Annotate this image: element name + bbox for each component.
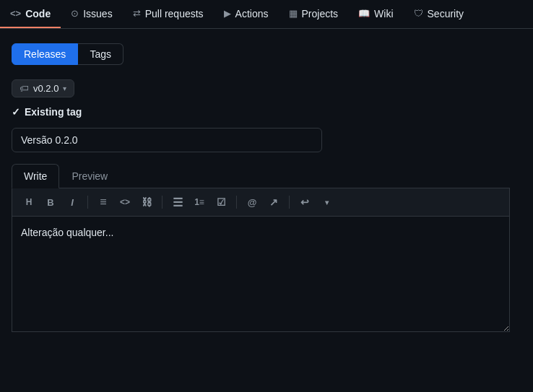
security-icon: 🛡 (414, 8, 423, 19)
issues-icon: ⊙ (71, 8, 79, 19)
checkmark-icon: ✓ (12, 106, 20, 118)
tag-selector-dropdown[interactable]: 🏷 v0.2.0 ▾ (12, 79, 74, 97)
editor-toolbar: H B I ≡ <> ⛓ ☰ 1≡ ☑ @ ↗ ↩ ▾ (12, 188, 510, 217)
undo-btn[interactable]: ↩ (295, 193, 314, 212)
reference-btn[interactable]: ↗ (264, 193, 283, 212)
bold-btn[interactable]: B (41, 193, 60, 212)
nav-wiki-label: Wiki (374, 8, 393, 19)
toolbar-divider-2 (162, 196, 162, 209)
tag-icon: 🏷 (20, 83, 29, 94)
editor-textarea[interactable]: Alteração qualquer... (12, 217, 510, 332)
nav-issues[interactable]: ⊙ Issues (61, 0, 122, 28)
unordered-list-btn[interactable]: ☰ (168, 193, 187, 212)
wiki-icon: 📖 (358, 8, 370, 19)
nav-code-label: Code (25, 8, 51, 19)
nav-issues-label: Issues (83, 8, 112, 19)
ordered-list-btn[interactable]: 1≡ (190, 193, 209, 212)
write-tab[interactable]: Write (12, 164, 59, 188)
pr-icon: ⇄ (133, 8, 141, 19)
nav-actions-label: Actions (235, 8, 269, 19)
heading-btn[interactable]: H (20, 193, 38, 212)
editor-wrapper: Write Preview H B I ≡ <> ⛓ ☰ 1≡ ☑ @ ↗ ↩ … (12, 164, 510, 334)
projects-icon: ▦ (289, 8, 298, 19)
code-btn[interactable]: <> (116, 193, 134, 212)
editor-tabs: Write Preview (12, 164, 510, 188)
nav-security[interactable]: 🛡 Security (404, 0, 474, 28)
quote-btn[interactable]: ≡ (94, 193, 113, 212)
nav-code[interactable]: <> Code (0, 0, 61, 28)
nav-pull-requests[interactable]: ⇄ Pull requests (123, 0, 214, 28)
tag-version-label: v0.2.0 (33, 83, 58, 94)
preview-tab[interactable]: Preview (59, 164, 120, 188)
toolbar-divider-4 (289, 196, 290, 209)
existing-tag-label: ✓ Existing tag (12, 106, 521, 118)
undo-dropdown-btn[interactable]: ▾ (317, 193, 336, 212)
top-nav: <> Code ⊙ Issues ⇄ Pull requests ▶ Actio… (0, 0, 533, 29)
nav-security-label: Security (428, 8, 464, 19)
actions-icon: ▶ (224, 8, 231, 19)
nav-projects[interactable]: ▦ Projects (279, 0, 349, 28)
release-tag-tabs: Releases Tags (12, 43, 521, 65)
dropdown-arrow-icon: ▾ (63, 84, 66, 92)
toolbar-divider-3 (236, 196, 237, 209)
existing-tag-text: Existing tag (25, 106, 82, 118)
nav-projects-label: Projects (302, 8, 339, 19)
nav-wiki[interactable]: 📖 Wiki (348, 0, 403, 28)
link-btn[interactable]: ⛓ (137, 193, 156, 212)
nav-pr-label: Pull requests (145, 8, 204, 19)
version-input[interactable] (12, 128, 322, 152)
tags-tab[interactable]: Tags (78, 43, 124, 65)
main-content: Releases Tags 🏷 v0.2.0 ▾ ✓ Existing tag … (0, 29, 533, 349)
task-list-btn[interactable]: ☑ (212, 193, 230, 212)
nav-actions[interactable]: ▶ Actions (214, 0, 279, 28)
code-icon: <> (10, 8, 21, 19)
mention-btn[interactable]: @ (243, 193, 261, 212)
releases-tab[interactable]: Releases (12, 43, 78, 65)
italic-btn[interactable]: I (63, 193, 82, 212)
toolbar-divider-1 (87, 196, 88, 209)
